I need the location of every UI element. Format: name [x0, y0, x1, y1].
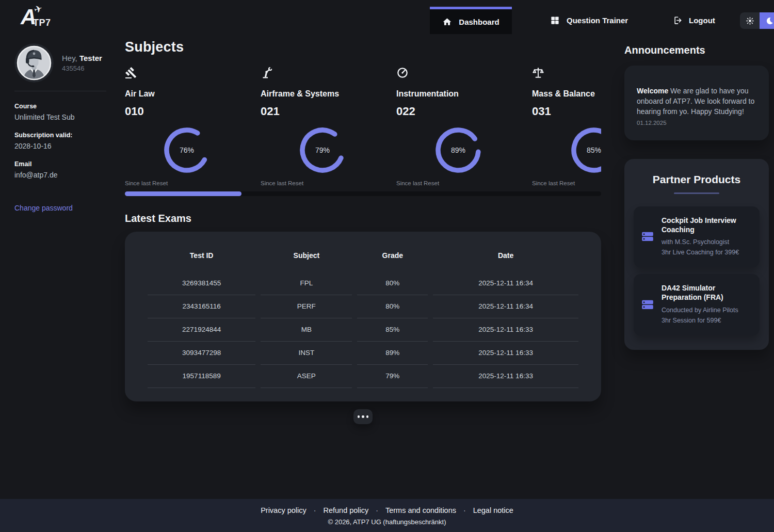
cell-test-id: 2271924844: [148, 318, 255, 342]
product-title: Cockpit Job Interview Coaching: [662, 216, 752, 234]
cell-subject: MB: [261, 318, 352, 342]
moon-icon: [765, 17, 774, 25]
progress-percent: 89%: [433, 125, 483, 175]
tab-dashboard-label: Dashboard: [459, 18, 499, 26]
announcement-card: Welcome We are glad to have you onboard …: [624, 66, 769, 140]
progress-ring: 79%: [298, 125, 347, 175]
cell-test-id: 3269381455: [148, 272, 255, 295]
user-id: 435546: [62, 65, 102, 72]
email-section: Email info@atp7.de: [14, 160, 112, 179]
main-content: Subjects Air Law 010 76% Since last Rese…: [125, 39, 601, 424]
subject-card-air-law: Air Law 010 76% Since last Reset: [125, 67, 261, 186]
latest-exams-title: Latest Exams: [125, 213, 601, 224]
more-exams-button[interactable]: [353, 409, 373, 424]
privacy-policy-link[interactable]: Privacy policy: [261, 506, 307, 514]
atp7-logo[interactable]: A ✈ TP7: [21, 4, 57, 33]
ellipsis-icon: [358, 415, 360, 418]
subject-name: Instrumentation: [396, 89, 532, 99]
cell-grade: 85%: [357, 318, 428, 342]
announcement-body: Welcome We are glad to have you onboard …: [637, 86, 756, 117]
cell-date: 2025-12-11 16:34: [433, 272, 578, 295]
partner-product-coaching[interactable]: Cockpit Job Interview Coaching with M.Sc…: [634, 206, 760, 268]
logout-button[interactable]: Logout: [672, 7, 715, 34]
tab-dashboard[interactable]: Dashboard: [430, 7, 512, 34]
subscription-section: Subscription valid: 2028-10-16: [14, 132, 112, 150]
product-title: DA42 Simulator Preparation (FRA): [662, 283, 752, 302]
cell-grade: 89%: [357, 342, 428, 365]
gavel-icon: [125, 67, 137, 79]
grid-icon: [550, 15, 560, 25]
product-line2: 3hr Live Coaching for 399€: [662, 248, 752, 257]
progress-ring: 76%: [162, 125, 212, 175]
logout-icon: [672, 15, 682, 25]
since-last-reset-label: Since last Reset: [396, 180, 532, 186]
subject-code: 021: [261, 105, 396, 118]
subject-code: 010: [125, 105, 261, 118]
top-nav: A ✈ TP7 Dashboard Question Trainer Logou…: [0, 0, 774, 41]
cell-test-id: 3093477298: [148, 342, 255, 365]
cell-subject: FPL: [261, 272, 352, 295]
subjects-title: Subjects: [125, 39, 601, 55]
horizontal-scrollbar-track[interactable]: [125, 191, 601, 196]
terms-link[interactable]: Terms and conditions: [385, 506, 456, 514]
progress-percent: 85%: [569, 125, 601, 175]
since-last-reset-label: Since last Reset: [125, 180, 261, 186]
logo-text: TP7: [33, 18, 51, 28]
tab-question-trainer-label: Question Trainer: [567, 16, 628, 25]
cell-grade: 80%: [357, 295, 428, 318]
subject-name: Airframe & Systems: [261, 89, 396, 99]
scale-icon: [532, 67, 544, 79]
separator-dot: ·: [463, 506, 466, 514]
table-header-row: Test ID Subject Grade Date: [148, 251, 578, 272]
email-label: Email: [14, 160, 112, 168]
cell-grade: 80%: [357, 272, 428, 295]
robot-arm-icon: [261, 67, 273, 79]
right-column: Announcements Welcome We are glad to hav…: [624, 44, 769, 350]
progress-ring: 89%: [433, 125, 483, 175]
cell-date: 2025-12-11 16:33: [433, 318, 578, 342]
sidebar: Hey, Tester 435546 Course Unlimited Test…: [14, 43, 112, 213]
table-row: 1957118589 ASEP 79% 2025-12-11 16:33: [148, 365, 578, 388]
subject-card-instrumentation: Instrumentation 022 89% Since last Reset: [396, 67, 532, 186]
refund-policy-link[interactable]: Refund policy: [323, 506, 368, 514]
sidebar-divider: [14, 91, 106, 91]
cell-test-id: 1957118589: [148, 365, 255, 388]
progress-percent: 76%: [162, 125, 212, 175]
logout-label: Logout: [689, 16, 715, 25]
subscription-label: Subscription valid:: [14, 132, 112, 139]
change-password-link[interactable]: Change password: [14, 204, 73, 212]
announcement-headline: Welcome: [637, 87, 668, 95]
light-mode-button[interactable]: [740, 12, 760, 29]
table-row: 2343165116 PERF 80% 2025-12-11 16:34: [148, 295, 578, 318]
partner-product-simulator[interactable]: DA42 Simulator Preparation (FRA) Conduct…: [634, 274, 760, 335]
user-text: Hey, Tester 435546: [62, 54, 102, 72]
column-test-id: Test ID: [148, 251, 255, 272]
horizontal-scrollbar-thumb[interactable]: [125, 191, 241, 196]
product-line1: with M.Sc. Psychologist: [662, 237, 752, 247]
column-date: Date: [433, 251, 578, 272]
course-label: Course: [14, 103, 112, 110]
title-underline: [674, 192, 719, 194]
email-value: info@atp7.de: [14, 171, 112, 179]
home-icon: [442, 17, 452, 27]
column-subject: Subject: [261, 251, 352, 272]
separator-dot: ·: [314, 506, 316, 514]
subject-card-mass-balance: Mass & Balance 031 85% Since last Reset: [532, 67, 601, 186]
user-greeting: Hey, Tester: [62, 54, 102, 62]
since-last-reset-label: Since last Reset: [532, 180, 601, 186]
course-value: Unlimited Test Sub: [14, 113, 112, 121]
subject-card-airframe: Airframe & Systems 021 79% Since last Re…: [261, 67, 396, 186]
cell-test-id: 2343165116: [148, 295, 255, 318]
table-row: 3093477298 INST 89% 2025-12-11 16:33: [148, 342, 578, 365]
dark-mode-button[interactable]: [760, 12, 774, 29]
cell-grade: 79%: [357, 365, 428, 388]
legal-notice-link[interactable]: Legal notice: [473, 506, 513, 514]
partner-products-card: Partner Products Cockpit Job Interview C…: [624, 159, 769, 350]
user-name: Tester: [79, 54, 102, 62]
copyright: © 2026, ATP7 UG (haftungsbeschränkt): [0, 518, 774, 526]
subjects-scroll-area: Air Law 010 76% Since last Reset: [125, 67, 601, 186]
separator-dot: ·: [376, 506, 378, 514]
progress-percent: 79%: [298, 125, 347, 175]
tab-question-trainer[interactable]: Question Trainer: [550, 7, 628, 34]
latest-exams-card: Test ID Subject Grade Date 3269381455 FP…: [125, 232, 601, 401]
